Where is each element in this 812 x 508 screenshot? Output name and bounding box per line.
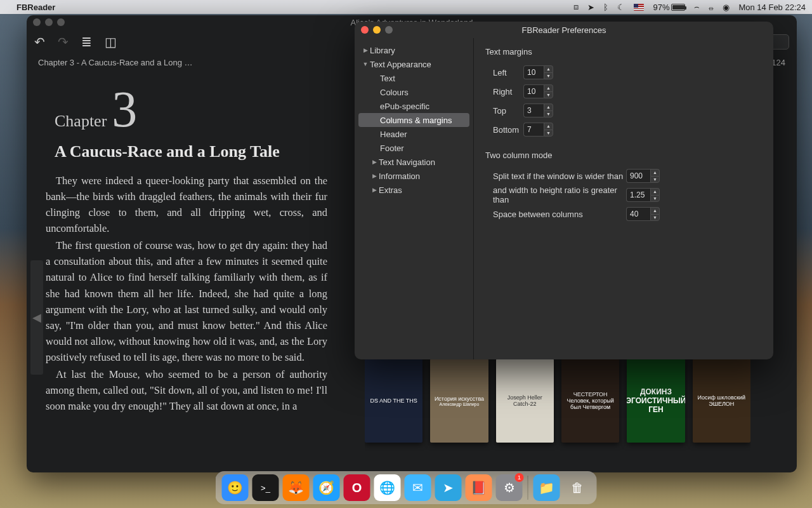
- tree-item-colours[interactable]: Colours: [358, 85, 469, 99]
- chapter-number: 3: [112, 89, 137, 130]
- prefs-window-title: FBReader Preferences: [522, 25, 606, 35]
- dock-app-terminal[interactable]: >_: [252, 474, 279, 501]
- paragraph: At last the Mouse, who seemed to be a pe…: [46, 366, 327, 414]
- tree-item-text-appearance[interactable]: ▼Text Appearance: [358, 57, 469, 71]
- stepper-up-icon[interactable]: ▲: [544, 84, 553, 91]
- margin-top-stepper[interactable]: ▲▼: [523, 104, 553, 117]
- control-center-icon[interactable]: ⏛: [709, 3, 714, 12]
- chapter-label: Chapter: [55, 112, 107, 131]
- tree-item-footer[interactable]: Footer: [358, 141, 469, 155]
- window-controls[interactable]: [361, 26, 393, 34]
- margin-bottom-stepper[interactable]: ▲▼: [523, 123, 553, 137]
- chevron-down-icon: ▼: [361, 61, 370, 67]
- margin-top-label: Top: [485, 106, 523, 116]
- margin-right-stepper[interactable]: ▲▼: [523, 84, 553, 98]
- library-shelf: DS AND THE THS История искусстваАлександ…: [365, 359, 750, 455]
- section-title-two-column: Two column mode: [485, 150, 762, 160]
- stepper-down-icon[interactable]: ▼: [544, 72, 553, 80]
- tree-item-header[interactable]: Header: [358, 127, 469, 141]
- dock-app-finder[interactable]: 🙂: [222, 474, 249, 501]
- dock: 🙂 >_ 🦊 🧭 O 🌐 ✉ ➤ 📕 ⚙1 📁 🗑: [216, 471, 597, 504]
- chevron-right-icon: ▶: [361, 47, 370, 53]
- window-controls[interactable]: [33, 18, 65, 26]
- column-gap-stepper[interactable]: ▲▼: [626, 207, 660, 221]
- book-page: Chapter 3 A Caucus-Race and a Long Tale …: [46, 89, 327, 414]
- book-cover[interactable]: История искусстваАлександр Шапиро: [430, 359, 488, 443]
- paragraph: They were indeed a queer-looking party t…: [46, 173, 327, 236]
- stepper-up-icon[interactable]: ▲: [650, 188, 660, 195]
- dock-app-trash[interactable]: 🗑: [564, 474, 591, 501]
- book-cover[interactable]: Иосиф шкловский ЭШЕЛОН: [693, 359, 750, 443]
- tree-item-columns-margins[interactable]: Columns & margins: [358, 113, 469, 127]
- dock-app-books[interactable]: 📕: [466, 474, 492, 501]
- stepper-up-icon[interactable]: ▲: [650, 169, 660, 176]
- stepper-down-icon[interactable]: ▼: [650, 195, 660, 203]
- chevron-right-icon: ▶: [370, 187, 379, 193]
- ratio-stepper[interactable]: ▲▼: [626, 188, 660, 202]
- prefs-tree: ▶Library ▼Text Appearance Text Colours e…: [355, 38, 474, 359]
- stepper-down-icon[interactable]: ▼: [544, 130, 553, 137]
- stepper-up-icon[interactable]: ▲: [544, 65, 553, 72]
- book-cover[interactable]: DS AND THE THS: [365, 359, 422, 443]
- dropbox-icon[interactable]: ⧈: [573, 2, 579, 12]
- bookmark-icon[interactable]: ◫: [105, 34, 117, 50]
- stepper-up-icon[interactable]: ▲: [544, 104, 553, 110]
- paragraph: The first question of course was, how to…: [46, 237, 327, 365]
- margin-right-label: Right: [485, 87, 523, 97]
- preferences-window: FBReader Preferences ▶Library ▼Text Appe…: [355, 22, 773, 359]
- battery-indicator[interactable]: 97%: [653, 3, 685, 12]
- stepper-up-icon[interactable]: ▲: [544, 123, 553, 130]
- dock-app-chrome[interactable]: 🌐: [374, 474, 401, 501]
- notification-badge: 1: [515, 473, 524, 482]
- split-width-label: Split text if the window is wider than: [485, 171, 626, 181]
- prefs-pane: Text margins Left ▲▼ Right ▲▼ Top ▲▼ Bot…: [474, 38, 773, 359]
- menubar-app-name[interactable]: FBReader: [16, 3, 55, 12]
- dock-app-mail[interactable]: ✉: [405, 474, 431, 501]
- breadcrumb: Chapter 3 - A Caucus-Race and a Long …: [38, 58, 193, 67]
- tree-item-library[interactable]: ▶Library: [358, 43, 469, 57]
- stepper-up-icon[interactable]: ▲: [650, 207, 660, 214]
- macos-menubar: FBReader ⧈ ➤ ᛒ ☾ 97% ⌢ ⏛ ◉ Mon 14 Feb 22…: [0, 0, 812, 14]
- undo-icon[interactable]: ↶: [34, 34, 45, 50]
- flag-icon[interactable]: [634, 4, 644, 11]
- moon-icon[interactable]: ☾: [617, 3, 625, 12]
- dock-app-settings[interactable]: ⚙1: [496, 474, 523, 501]
- prev-page-button[interactable]: ◀: [30, 260, 43, 375]
- dock-app-telegram[interactable]: ➤: [435, 474, 462, 501]
- tree-item-information[interactable]: ▶Information: [358, 169, 469, 183]
- redo-icon[interactable]: ↷: [58, 34, 69, 50]
- margin-left-stepper[interactable]: ▲▼: [523, 65, 553, 79]
- stepper-down-icon[interactable]: ▼: [544, 91, 553, 99]
- battery-percent: 97%: [653, 3, 669, 12]
- chevron-right-icon: ▶: [370, 159, 379, 165]
- margin-bottom-label: Bottom: [485, 125, 523, 135]
- prefs-titlebar[interactable]: FBReader Preferences: [355, 22, 773, 38]
- book-cover[interactable]: ДОКИНЗ ЭГОИСТИЧНЫЙ ГЕН: [627, 359, 684, 443]
- bluetooth-icon[interactable]: ᛒ: [603, 3, 608, 12]
- stepper-down-icon[interactable]: ▼: [544, 110, 553, 118]
- toc-icon[interactable]: ≣: [81, 34, 92, 50]
- menubar-clock[interactable]: Mon 14 Feb 22:24: [738, 3, 806, 12]
- stepper-down-icon[interactable]: ▼: [650, 214, 660, 222]
- tree-item-extras[interactable]: ▶Extras: [358, 183, 469, 197]
- stepper-down-icon[interactable]: ▼: [650, 176, 660, 184]
- tree-item-text[interactable]: Text: [358, 71, 469, 85]
- column-gap-label: Space between columns: [485, 210, 626, 219]
- wifi-icon[interactable]: ⌢: [694, 2, 700, 12]
- dock-app-firefox[interactable]: 🦊: [283, 474, 310, 501]
- ratio-label: and width to height ratio is greater tha…: [485, 185, 626, 204]
- dock-app-downloads[interactable]: 📁: [534, 474, 560, 501]
- dock-app-opera[interactable]: O: [344, 474, 370, 501]
- dock-app-safari[interactable]: 🧭: [313, 474, 340, 501]
- book-cover[interactable]: Joseph HellerCatch-22: [496, 359, 554, 443]
- margin-left-label: Left: [485, 68, 523, 77]
- telegram-icon[interactable]: ➤: [587, 3, 594, 12]
- book-cover[interactable]: ЧЕСТЕРТОН Человек, который был Четвергом: [561, 359, 619, 443]
- section-title-margins: Text margins: [485, 47, 762, 57]
- siri-icon[interactable]: ◉: [723, 3, 730, 12]
- dock-separator: [528, 476, 528, 500]
- tree-item-text-navigation[interactable]: ▶Text Navigation: [358, 155, 469, 169]
- split-width-stepper[interactable]: ▲▼: [626, 169, 660, 183]
- chapter-title: A Caucus-Race and a Long Tale: [55, 142, 327, 161]
- tree-item-epub[interactable]: ePub-specific: [358, 99, 469, 113]
